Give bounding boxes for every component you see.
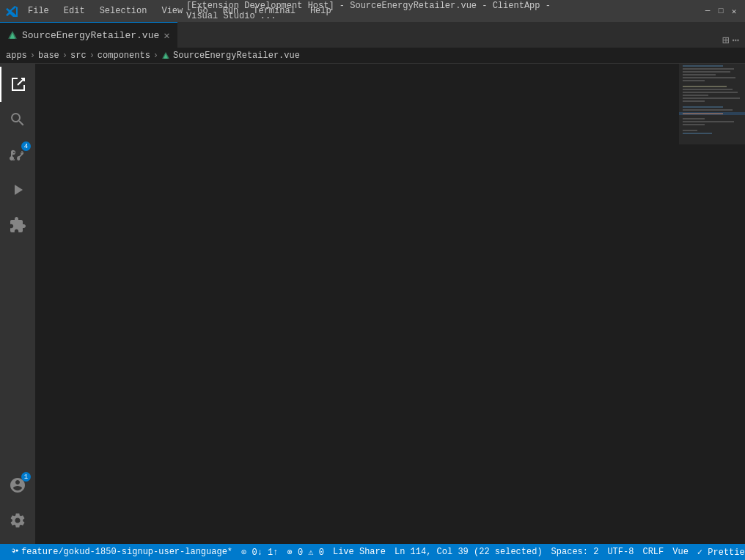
eol-label: CRLF (642, 547, 664, 557)
status-position[interactable]: Ln 114, Col 39 (22 selected) (390, 544, 547, 560)
status-spaces[interactable]: Spaces: 2 (547, 544, 603, 560)
activity-extensions[interactable] (0, 207, 35, 243)
activity-explorer[interactable] (0, 67, 35, 102)
status-errors[interactable]: ⊗ 0 ⚠ 0 (282, 544, 328, 560)
breadcrumb-base[interactable]: base (38, 51, 59, 61)
tab-label: SourceEnergyRetailer.vue (22, 30, 159, 41)
activity-bar: 4 1 (0, 64, 35, 544)
activity-settings[interactable] (0, 503, 35, 538)
editor-area (35, 64, 745, 544)
menu-file[interactable]: File (23, 4, 54, 18)
close-button[interactable]: ✕ (729, 6, 739, 16)
status-right: Ln 114, Col 39 (22 selected) Spaces: 2 U… (390, 544, 745, 560)
branch-name: feature/gokud-1850-signup-user-language* (21, 547, 232, 557)
window-title: [Extension Development Host] - SourceEne… (186, 1, 559, 21)
main-layout: 4 1 (0, 64, 745, 544)
menu-edit[interactable]: Edit (59, 4, 89, 18)
activity-search[interactable] (0, 102, 35, 137)
maximize-button[interactable]: □ (716, 6, 726, 16)
language-label: Vue (672, 547, 689, 557)
code-content[interactable] (72, 64, 679, 544)
tab-bar: SourceEnergyRetailer.vue ✕ ⊞ ⋯ (0, 22, 745, 48)
minimap (679, 64, 745, 544)
status-sync[interactable]: ⊙ 0↓ 1↑ (237, 544, 282, 560)
title-bar: File Edit Selection View Go Run Terminal… (0, 0, 745, 22)
menu-selection[interactable]: Selection (95, 4, 152, 18)
status-language[interactable]: Vue (668, 544, 693, 560)
vscode-logo (6, 5, 18, 17)
activity-accounts[interactable]: 1 (0, 468, 35, 503)
prettier-label: ✓ Prettier (697, 547, 745, 558)
source-control-badge: 4 (21, 141, 31, 151)
status-bar: feature/gokud-1850-signup-user-language*… (0, 544, 745, 560)
line-numbers (35, 64, 72, 544)
vue-breadcrumb-icon (161, 51, 170, 60)
vue-icon (7, 30, 18, 40)
status-branch[interactable]: feature/gokud-1850-signup-user-language* (6, 544, 237, 560)
more-actions-button[interactable]: ⋯ (732, 33, 739, 48)
status-prettier[interactable]: ✓ Prettier (693, 544, 745, 560)
activity-bar-bottom: 1 (0, 468, 35, 544)
branch-icon (10, 548, 19, 556)
window-controls: ─ □ ✕ (702, 6, 739, 16)
code-editor[interactable] (35, 64, 745, 544)
svg-rect-26 (679, 64, 745, 144)
breadcrumb-file[interactable]: SourceEnergyRetailer.vue (173, 51, 300, 61)
accounts-badge: 1 (21, 472, 31, 482)
breadcrumb-components[interactable]: components (98, 51, 150, 61)
errors-label: ⊗ 0 ⚠ 0 (287, 547, 323, 558)
status-encoding[interactable]: UTF-8 (603, 544, 638, 560)
breadcrumb-src[interactable]: src (70, 51, 87, 61)
menu-view[interactable]: View (157, 4, 187, 18)
tab-close-button[interactable]: ✕ (164, 29, 169, 42)
encoding-label: UTF-8 (607, 547, 634, 557)
position-label: Ln 114, Col 39 (22 selected) (394, 547, 543, 557)
minimize-button[interactable]: ─ (702, 6, 713, 16)
live-share-label: Live Share (333, 547, 386, 557)
editor-layout-button[interactable]: ⊞ (722, 33, 730, 48)
tab-source-energy-retailer[interactable]: SourceEnergyRetailer.vue ✕ (0, 22, 177, 48)
spaces-label: Spaces: 2 (551, 547, 599, 557)
status-eol[interactable]: CRLF (638, 544, 668, 560)
activity-source-control[interactable]: 4 (0, 137, 35, 172)
status-live-share[interactable]: Live Share (329, 544, 390, 560)
breadcrumb-apps[interactable]: apps (6, 51, 27, 61)
activity-run-debug[interactable] (0, 172, 35, 207)
breadcrumb: apps › base › src › components › SourceE… (0, 48, 745, 64)
sync-label: ⊙ 0↓ 1↑ (241, 547, 278, 558)
